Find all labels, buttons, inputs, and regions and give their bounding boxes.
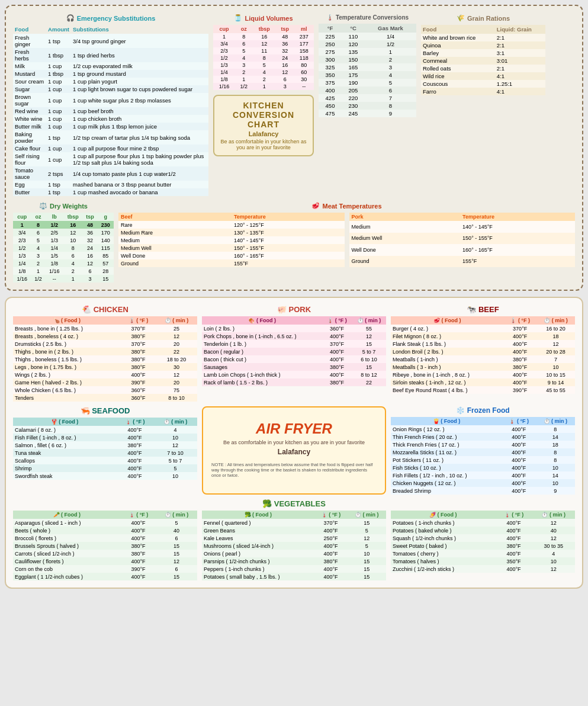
table-cell: 360°F: [322, 325, 352, 332]
table-row: Meatballs ( 3 - inch )380°F10: [391, 363, 575, 371]
bottom-row1: 🐔 CHICKEN 🍗 ( Food ) 🌡️ ( °F ) ⏱️ ( min …: [13, 305, 575, 402]
table-cell: 120: [342, 40, 365, 48]
table-cell: White and brown rice: [421, 34, 495, 41]
table-row: Medium140° - 145°F: [118, 236, 345, 244]
table-row: 181648237: [213, 33, 314, 40]
table-cell: Egg: [13, 181, 46, 188]
table-cell: 30: [156, 363, 197, 371]
v1-clock-icon: ⏱️: [165, 512, 171, 518]
v1-col-food: 🥕 ( Food ): [13, 511, 121, 519]
table-row: 1/24824118: [213, 54, 314, 62]
seafood-icon: 🦐: [81, 406, 90, 415]
table-row: Thighs , bone in ( 2 lbs. )380°F22: [13, 348, 197, 355]
table-cell: 400°F: [322, 371, 352, 378]
table-cell: 1 cup: [46, 85, 71, 93]
table-cell: Sausages: [202, 363, 322, 371]
table-row: Pot Stickers ( 11 oz. )400°F8: [391, 456, 575, 464]
table-cell: 140° - 145°F: [232, 236, 345, 244]
table-row: Zucchini ( 1/2-inch sticks )400°F12: [391, 565, 575, 573]
table-cell: 1/4 cup tomato paste plus 1 cup water1/2: [71, 166, 208, 181]
table-cell: Swordfish steak: [13, 472, 116, 480]
table-row: 2251101/4: [319, 33, 416, 40]
table-cell: 400°F: [314, 550, 348, 557]
table-cell: 2:1: [495, 65, 545, 72]
table-cell: 380°F: [121, 355, 156, 363]
frozen-food-icon: 🍟: [433, 418, 439, 424]
table-cell: Potatoes ( 1-inch chunks ): [391, 519, 496, 527]
beef-temps-table: BeefTemperature Rare120° - 125°FMedium R…: [118, 213, 345, 267]
table-cell: 380°F: [116, 441, 153, 449]
table-cell: Cauliflower ( florets ): [13, 557, 121, 565]
grain-section: 🌾 Grain Rations FoodLiquid: Grain White …: [421, 13, 545, 196]
dry-title: ⚖️ Dry Weights: [13, 201, 114, 211]
table-cell: 400°F: [496, 527, 532, 534]
table-cell: Potatoes ( small baby , 1.5 lbs. ): [202, 573, 314, 580]
veggies2-section: 🥦 ( Food ) 🌡️ ( °F ) ⏱️ ( min ) Fennel (…: [202, 511, 386, 580]
table-row: Breasts , bone in ( 1.25 lbs. )370°F25: [13, 325, 197, 332]
table-row: Filet Mignon ( 8 oz. )400°F18: [391, 332, 575, 340]
table-header: Temperature: [232, 213, 345, 221]
table-cell: 3/4: [13, 229, 31, 236]
table-cell: 4: [153, 426, 197, 434]
table-cell: 12: [352, 332, 386, 340]
table-cell: 12: [156, 371, 197, 378]
table-row: White and brown rice2:1: [421, 34, 545, 41]
beef-section: 🐄 BEEF 🥩 ( Food ) 🌡️ ( °F ) ⏱️ ( min ) B…: [391, 305, 575, 402]
table-cell: Mozzarella Sticks ( 11 oz. ): [391, 448, 502, 456]
table-cell: Medium Rare: [118, 229, 232, 236]
table-cell: Flank Steak ( 1.5 lbs. ): [391, 340, 503, 348]
frozen-clock-icon: ⏱️: [544, 418, 550, 424]
table-cell: Filet Mignon ( 8 oz. ): [391, 332, 503, 340]
table-cell: 1 tbsp: [46, 48, 71, 62]
veggies3-section: 🍠 ( Food ) 🌡️ ( °F ) ⏱️ ( min ) Potatoes…: [391, 511, 575, 580]
v3-col-min: ⏱️ ( min ): [532, 511, 575, 519]
table-cell: 1 cup: [46, 107, 71, 115]
table-row: Rolled oats2:1: [421, 65, 545, 72]
table-cell: 1/3: [13, 252, 31, 259]
table-cell: Sweet Potato ( baked ): [391, 542, 496, 550]
table-cell: 135: [342, 48, 365, 56]
table-cell: 2: [252, 76, 276, 83]
table-cell: 350°F: [496, 557, 532, 565]
table-row: Bacon ( regular )400°F5 to 7: [202, 348, 386, 355]
table-row: Mushrooms ( sliced 1/4-inch )400°F5: [202, 542, 386, 550]
table-cell: Cake flour: [13, 145, 46, 152]
chicken-section: 🐔 CHICKEN 🍗 ( Food ) 🌡️ ( °F ) ⏱️ ( min …: [13, 305, 197, 402]
table-cell: 120° - 125°F: [232, 221, 345, 229]
table-row: Eggplant ( 1 1/2-inch cubes )400°F15: [13, 573, 197, 580]
table-cell: 3/4 tsp ground ginger: [71, 34, 208, 48]
table-cell: 18: [536, 332, 575, 340]
table-row: Tenderloin ( 1 lb. )370°F15: [202, 340, 386, 348]
table-cell: 1/2: [46, 221, 64, 229]
table-cell: 400°F: [322, 332, 352, 340]
meat-temp-icon: 🥩: [311, 202, 320, 210]
table-row: Onions ( pearl )400°F10: [202, 550, 386, 557]
liquid-section: 🫙 Liquid Volumes cupoztbsptspml 18164823…: [213, 13, 314, 196]
table-cell: 380°F: [503, 363, 536, 371]
table-cell: 1: [235, 76, 252, 83]
table-cell: 8: [31, 221, 46, 229]
table-cell: 14: [536, 471, 575, 479]
table-cell: Cornmeal: [421, 57, 495, 65]
table-row: Red wine1 cup1 cup beef broth: [13, 107, 208, 115]
table-cell: 230: [98, 221, 114, 229]
table-row: Fish Fillets ( 1/2 - inch , 10 oz. )400°…: [391, 471, 575, 479]
table-cell: 400°F: [502, 425, 536, 433]
table-header: tsp: [276, 25, 294, 33]
table-cell: Rare: [118, 221, 232, 229]
table-cell: 36: [82, 229, 97, 236]
table-row: Potatoes ( 1-inch chunks )400°F12: [391, 519, 575, 527]
table-cell: 6: [276, 76, 294, 83]
chicken-col-food: 🍗 ( Food ): [13, 316, 121, 325]
table-cell: 450: [319, 102, 342, 110]
table-header: Food: [421, 25, 495, 34]
table-cell: 4:1: [495, 72, 545, 80]
table-cell: Self rising flour: [13, 152, 46, 166]
table-cell: Burger ( 4 oz. ): [391, 325, 503, 332]
table-cell: 1/2: [213, 54, 235, 62]
emergency-col-food: Food: [13, 25, 46, 34]
table-row: Chicken Nuggets ( 12 oz. )400°F10: [391, 479, 575, 487]
table-row: White wine1 cup1 cup chicken broth: [13, 115, 208, 123]
table-row: Rare120° - 125°F: [118, 221, 345, 229]
table-row: London Broil ( 2 lbs. )400°F20 to 28: [391, 348, 575, 355]
